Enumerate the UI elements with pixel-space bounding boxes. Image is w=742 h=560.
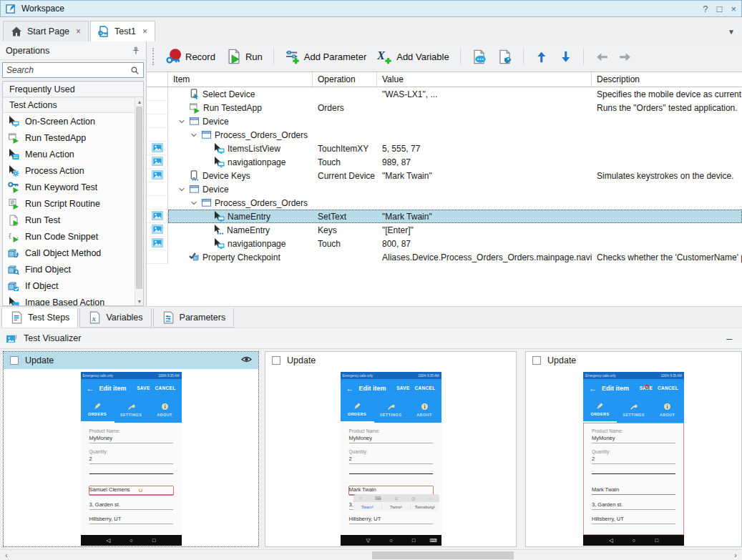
sidebar-section-frequently-used[interactable]: Frequently Used	[3, 82, 143, 97]
chevron-down-icon[interactable]	[190, 199, 198, 207]
row-gutter-cell[interactable]	[147, 237, 168, 250]
sidebar-item-find-object[interactable]: Find Object	[3, 261, 143, 277]
close-button[interactable]: ×	[731, 4, 736, 14]
column-header-item[interactable]: Item	[168, 72, 313, 87]
row-body[interactable]: Device	[168, 114, 742, 128]
sidebar-item-if-object[interactable]: If Object	[3, 277, 143, 294]
update-checkbox[interactable]	[532, 356, 541, 365]
tab-overflow-button[interactable]: ▼	[728, 28, 735, 36]
tag-button[interactable]	[494, 47, 516, 67]
sidebar-item-run-keyword-test[interactable]: Run Keyword Test	[3, 179, 143, 195]
row-gutter-cell[interactable]	[147, 182, 168, 196]
table-row[interactable]: Process_Orders_Orders	[147, 128, 742, 142]
row-gutter-cell[interactable]	[147, 101, 168, 114]
row-body[interactable]: Process_Orders_Orders	[168, 128, 742, 142]
scroll-up-arrow[interactable]: ▲	[135, 97, 144, 106]
row-gutter-cell[interactable]	[147, 142, 168, 155]
row-body[interactable]: ItemsListViewTouchItemXY5, 555, 77	[168, 142, 742, 155]
table-row[interactable]: Run TestedAppOrdersRuns the "Orders" tes…	[147, 101, 742, 114]
maximize-button[interactable]: □	[717, 4, 723, 14]
hscrollbar-thumb[interactable]	[372, 551, 514, 559]
table-row[interactable]: Select Device"WAS-LX1", ...Specifies the…	[147, 87, 742, 101]
row-body[interactable]: navigationpageTouch989, 87	[168, 155, 742, 169]
tab-close-icon[interactable]: ×	[141, 26, 147, 36]
tab-close-icon[interactable]: ×	[74, 26, 81, 36]
sidebar-item-on-screen-action[interactable]: On-Screen Action	[3, 113, 143, 129]
row-body[interactable]: Property CheckpointAliases.Device.Proces…	[168, 250, 742, 264]
scroll-left-arrow[interactable]: ‹	[1, 550, 11, 560]
row-gutter-cell[interactable]	[147, 210, 168, 223]
image-icon[interactable]	[152, 237, 163, 249]
run-button[interactable]: Run	[223, 46, 266, 67]
row-body[interactable]: NameEntrySetText"Mark Twain"	[168, 210, 742, 223]
column-header-value[interactable]: Value	[377, 72, 592, 87]
eye-icon[interactable]	[241, 354, 252, 365]
row-gutter-cell[interactable]	[147, 196, 168, 210]
move-down-button[interactable]	[555, 48, 576, 66]
row-body[interactable]: Device	[168, 182, 742, 196]
panel-tab-variables[interactable]: xVariables	[79, 308, 151, 328]
visualizer-panel[interactable]: UpdateEmergency calls only100% 9:35 AM←E…	[3, 351, 259, 547]
row-gutter-cell[interactable]	[147, 114, 168, 128]
sidebar-item-run-testedapp[interactable]: Run TestedApp	[3, 129, 143, 146]
move-up-button[interactable]	[531, 48, 552, 66]
image-icon[interactable]	[152, 170, 163, 181]
chevron-down-icon[interactable]	[177, 185, 186, 194]
sidebar-item-run-code-snippet[interactable]: {..}Run Code Snippet	[3, 228, 143, 245]
row-body[interactable]: Run TestedAppOrdersRuns the "Orders" tes…	[168, 101, 742, 114]
chevron-down-icon[interactable]	[177, 117, 186, 126]
row-gutter-cell[interactable]	[147, 128, 168, 142]
tree-expand-toggle[interactable]	[177, 185, 186, 194]
sidebar-item-call-object-method[interactable]: Call Object Method	[3, 245, 143, 261]
table-row[interactable]: Device KeysCurrent Device"Mark Twain"Sim…	[147, 169, 742, 182]
tab-test1[interactable]: Test1×	[90, 21, 155, 41]
add-variable-button[interactable]: XAdd Variable	[374, 46, 452, 67]
table-row[interactable]: Device	[147, 182, 742, 196]
table-row[interactable]: ItemsListViewTouchItemXY5, 555, 77	[147, 142, 742, 155]
column-header-description[interactable]: Description	[592, 72, 742, 87]
visualizer-panel[interactable]: UpdateEmergency calls only100% 9:35 AM←E…	[265, 351, 517, 547]
row-gutter-cell[interactable]	[147, 223, 168, 237]
redo-button[interactable]	[615, 48, 636, 66]
image-icon[interactable]	[152, 156, 163, 167]
table-row[interactable]: Device	[147, 114, 742, 128]
scrollbar-thumb[interactable]	[136, 107, 142, 289]
row-body[interactable]: NameEntryKeys"[Enter]"	[168, 223, 742, 237]
pin-icon[interactable]	[131, 46, 140, 55]
scroll-down-arrow[interactable]: ▼	[135, 297, 144, 305]
panel-tab-test-steps[interactable]: Test Steps	[1, 308, 78, 328]
update-checkbox[interactable]	[272, 356, 280, 365]
description-button[interactable]	[468, 47, 490, 67]
row-gutter-cell[interactable]	[147, 87, 168, 101]
sidebar-section-test-actions[interactable]: Test Actions	[3, 97, 143, 113]
sidebar-item-run-test[interactable]: Run Test	[3, 212, 143, 228]
tree-expand-toggle[interactable]	[189, 131, 198, 139]
chevron-down-icon[interactable]	[190, 131, 198, 139]
search-input[interactable]	[6, 65, 130, 75]
column-header-gutter[interactable]	[147, 72, 168, 87]
update-checkbox[interactable]	[10, 356, 19, 365]
undo-button[interactable]	[591, 48, 612, 66]
visualizer-panel[interactable]: UpdateEmergency calls only100% 9:35 AM←E…	[525, 351, 742, 547]
scroll-right-arrow[interactable]: ›	[731, 550, 741, 560]
table-row[interactable]: NameEntryKeys"[Enter]"	[147, 223, 742, 237]
sidebar-scrollbar[interactable]: ▲ ▼	[135, 97, 143, 305]
visualizer-minimize-button[interactable]: –	[726, 333, 736, 344]
eye-icon[interactable]	[241, 354, 252, 367]
row-body[interactable]: navigationpageTouch800, 87	[168, 237, 742, 250]
horizontal-scrollbar[interactable]: ‹ ›	[0, 549, 742, 560]
table-row[interactable]: NameEntrySetText"Mark Twain"	[147, 210, 742, 223]
row-gutter-cell[interactable]	[147, 155, 168, 169]
add-parameter-button[interactable]: Add Parameter	[281, 46, 370, 67]
row-body[interactable]: Select Device"WAS-LX1", ...Specifies the…	[168, 87, 742, 101]
row-gutter-cell[interactable]	[147, 169, 168, 182]
sidebar-item-process-action[interactable]: Process Action	[3, 162, 143, 179]
table-row[interactable]: Property CheckpointAliases.Device.Proces…	[147, 250, 742, 264]
sidebar-item-run-script-routine[interactable]: Run Script Routine	[3, 195, 143, 212]
table-row[interactable]: Process_Orders_Orders	[147, 196, 742, 210]
tree-expand-toggle[interactable]	[177, 117, 186, 126]
image-icon[interactable]	[152, 142, 163, 154]
sidebar-item-image-based-action[interactable]: Image Based Action	[3, 294, 143, 306]
help-button[interactable]: ?	[703, 4, 708, 14]
image-icon[interactable]	[152, 210, 163, 222]
